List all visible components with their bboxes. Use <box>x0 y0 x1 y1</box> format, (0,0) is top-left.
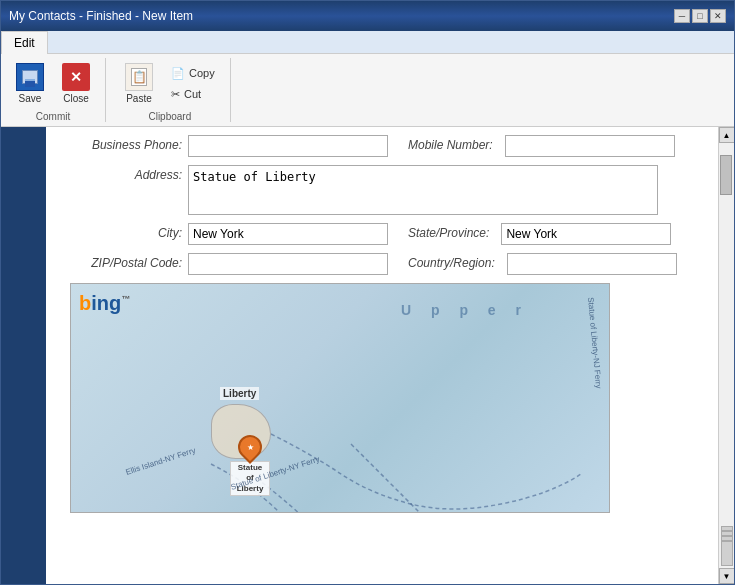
copy-cut-group: 📄 Copy ✂ Cut <box>164 64 222 104</box>
scrollbar: ▲ ▼ <box>718 127 734 584</box>
mobile-number-label: Mobile Number: <box>388 135 505 152</box>
map-container[interactable]: bing™ U p p e r Li <box>70 283 610 513</box>
liberty-island: Liberty ★ Statue ofLiberty <box>211 404 271 459</box>
window-title: My Contacts - Finished - New Item <box>9 9 193 23</box>
liberty-label: Liberty <box>220 387 259 400</box>
map-background: bing™ U p p e r Li <box>71 284 609 512</box>
close-icon: ✕ <box>62 63 90 91</box>
save-button[interactable]: Save <box>9 58 51 109</box>
paste-button[interactable]: 📋 Paste <box>118 58 160 109</box>
cut-icon: ✂ <box>171 88 180 101</box>
form-area: Business Phone: Mobile Number: Address: … <box>1 127 734 584</box>
business-phone-label: Business Phone: <box>58 135 188 152</box>
state-province-input[interactable] <box>501 223 671 245</box>
sidebar <box>1 127 46 584</box>
city-input[interactable] <box>188 223 388 245</box>
tab-edit[interactable]: Edit <box>1 31 48 54</box>
form-content: Business Phone: Mobile Number: Address: … <box>46 127 718 584</box>
ribbon: Edit Save ✕ Close Commit <box>1 31 734 127</box>
copy-label: Copy <box>189 67 215 79</box>
paste-icon-inner: 📋 <box>131 68 147 86</box>
ribbon-group-commit: Save ✕ Close Commit <box>9 58 106 122</box>
mobile-number-input[interactable] <box>505 135 675 157</box>
ribbon-group-clipboard: 📋 Paste 📄 Copy ✂ Cut <box>118 58 231 122</box>
address-input[interactable]: Statue of Liberty <box>188 165 658 215</box>
commit-buttons: Save ✕ Close <box>9 58 97 109</box>
copy-icon: 📄 <box>171 67 185 80</box>
address-row: Address: Statue of Liberty <box>58 165 706 215</box>
clipboard-group-label: Clipboard <box>148 111 191 122</box>
title-bar: My Contacts - Finished - New Item ─ □ ✕ <box>1 1 734 31</box>
scroll-track <box>720 145 734 522</box>
pin-head: ★ <box>233 430 267 464</box>
country-label: Country/Region: <box>388 253 507 270</box>
ribbon-content: Save ✕ Close Commit 📋 <box>1 54 734 126</box>
state-province-label: State/Province: <box>388 223 501 240</box>
island-shape: Liberty ★ Statue ofLiberty <box>211 404 271 459</box>
city-label: City: <box>58 223 188 240</box>
ferry-paths-svg <box>71 284 609 512</box>
scroll-down-button[interactable]: ▼ <box>719 568 735 584</box>
maximize-button[interactable]: □ <box>692 9 708 23</box>
business-phone-input[interactable] <box>188 135 388 157</box>
scroll-grip <box>721 526 733 566</box>
bing-logo: bing™ <box>79 292 130 315</box>
city-state-row: City: State/Province: <box>58 223 706 245</box>
window-controls: ─ □ ✕ <box>674 9 726 23</box>
save-icon <box>16 63 44 91</box>
commit-group-label: Commit <box>36 111 70 122</box>
paste-icon: 📋 <box>125 63 153 91</box>
country-input[interactable] <box>507 253 677 275</box>
minimize-button[interactable]: ─ <box>674 9 690 23</box>
zip-input[interactable] <box>188 253 388 275</box>
close-label: Close <box>63 93 89 104</box>
zip-label: ZIP/Postal Code: <box>58 253 188 270</box>
cut-button[interactable]: ✂ Cut <box>164 85 222 104</box>
window-close-button[interactable]: ✕ <box>710 9 726 23</box>
cut-label: Cut <box>184 88 201 100</box>
zip-country-row: ZIP/Postal Code: Country/Region: <box>58 253 706 275</box>
main-window: My Contacts - Finished - New Item ─ □ ✕ … <box>0 0 735 585</box>
save-label: Save <box>19 93 42 104</box>
copy-button[interactable]: 📄 Copy <box>164 64 222 83</box>
paste-label: Paste <box>126 93 152 104</box>
scroll-up-button[interactable]: ▲ <box>719 127 735 143</box>
phone-row: Business Phone: Mobile Number: <box>58 135 706 157</box>
close-button[interactable]: ✕ Close <box>55 58 97 109</box>
ribbon-tabs: Edit <box>1 31 734 54</box>
address-label: Address: <box>58 165 188 182</box>
scroll-thumb[interactable] <box>720 155 732 195</box>
clipboard-buttons: 📋 Paste 📄 Copy ✂ Cut <box>118 58 222 109</box>
